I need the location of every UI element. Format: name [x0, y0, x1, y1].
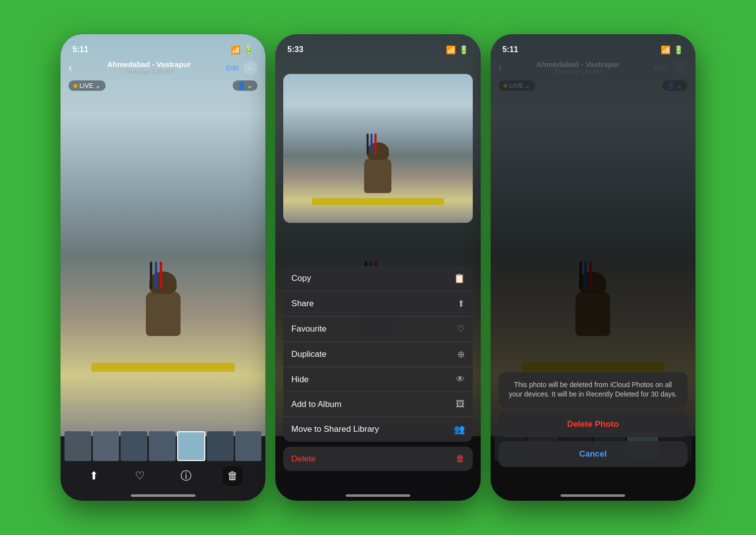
screen1-status-icons: 📶 🔋: [231, 45, 253, 55]
battery-icon: 🔋: [674, 45, 684, 55]
screen1-home-indicator: [131, 494, 195, 497]
person-badge[interactable]: 👤 ⌄: [233, 80, 258, 91]
battery-icon: 🔋: [459, 45, 469, 55]
copy-menu-item[interactable]: Copy 📋: [283, 266, 472, 291]
screen3-time: 5:11: [503, 45, 518, 54]
eye-icon: 👁: [456, 374, 465, 385]
cancel-button[interactable]: Cancel: [499, 441, 688, 467]
delete-button[interactable]: 🗑: [223, 466, 243, 486]
heart-menu-icon: ♡: [457, 324, 465, 334]
context-preview-image: [283, 74, 472, 223]
screen2-status-icons: 📶 🔋: [446, 45, 469, 55]
favourite-menu-item[interactable]: Favourite ♡: [283, 317, 472, 342]
screen1: 5:11 📶 🔋 ‹ Ahmedabad - Vastrapur Thursda…: [61, 34, 265, 501]
share-menu-item[interactable]: Share ⬆: [283, 291, 472, 317]
live-label: LIVE ⌄: [79, 82, 101, 89]
delete-photo-button[interactable]: Delete Photo: [499, 411, 688, 437]
delete-menu-icon: 🗑: [456, 454, 465, 464]
screen1-bottom-bar: ⬆ ♡ ⓘ 🗑: [61, 461, 265, 491]
copy-label: Copy: [291, 273, 311, 283]
more-button[interactable]: ···: [244, 61, 257, 75]
thumbnail-3[interactable]: [121, 431, 147, 461]
thumbnail-4[interactable]: [149, 431, 176, 461]
share-button[interactable]: ⬆: [84, 466, 104, 486]
delete-menu-label: Delete: [291, 454, 315, 464]
screen1-nav-subtitle: Thursday 3:49 PM: [107, 68, 190, 75]
shared-library-icon: 👥: [454, 424, 465, 435]
shared-library-label: Move to Shared Library: [291, 424, 379, 434]
context-menu-items: Copy 📋 Share ⬆ Favourite ♡ Duplicate ⊕ H…: [283, 266, 472, 442]
thumbnail-5[interactable]: [177, 431, 206, 461]
screen2-status-bar: 5:33 📶 🔋: [275, 34, 480, 58]
info-button[interactable]: ⓘ: [176, 466, 196, 486]
info-icon: ⓘ: [181, 468, 191, 483]
shared-library-menu-item[interactable]: Move to Shared Library 👥: [283, 417, 472, 442]
screen3-status-icons: 📶 🔋: [661, 45, 684, 55]
thumbnail-7[interactable]: [235, 431, 262, 461]
screen3: 5:11 📶 🔋 ‹ Ahmedabad - Vastrapur Thursda…: [491, 34, 695, 501]
thumbnail-6[interactable]: [207, 431, 234, 461]
heart-icon: ♡: [135, 469, 145, 482]
duplicate-menu-item[interactable]: Duplicate ⊕: [283, 342, 472, 367]
share-icon: ⬆: [89, 469, 98, 482]
screen3-home-indicator: [561, 494, 625, 497]
thumbnail-1[interactable]: [64, 431, 91, 461]
screen1-thumbnail-strip: [61, 431, 265, 461]
favorite-button[interactable]: ♡: [130, 466, 150, 486]
confirm-dialog: This photo will be deleted from iCloud P…: [499, 372, 688, 471]
live-badge[interactable]: LIVE ⌄: [68, 80, 106, 91]
screen1-nav-title: Ahmedabad - Vastrapur: [107, 60, 190, 68]
share-label: Share: [291, 299, 314, 309]
chevron-left-icon: ‹: [68, 62, 72, 74]
screen1-photo: [61, 34, 265, 436]
wifi-icon: 📶: [446, 45, 456, 55]
screen2: 5:33 📶 🔋: [275, 34, 480, 501]
album-icon: 🖼: [456, 399, 465, 409]
thumbnail-2[interactable]: [93, 431, 120, 461]
trash-icon: 🗑: [227, 469, 238, 482]
add-album-menu-item[interactable]: Add to Album 🖼: [283, 392, 472, 417]
delete-menu-item[interactable]: Delete 🗑: [283, 447, 472, 471]
screen1-nav-bar: ‹ Ahmedabad - Vastrapur Thursday 3:49 PM…: [61, 58, 265, 77]
screens-container: 5:11 📶 🔋 ‹ Ahmedabad - Vastrapur Thursda…: [56, 24, 700, 511]
share-menu-icon: ⬆: [457, 298, 465, 309]
wifi-icon: 📶: [231, 45, 241, 55]
edit-button[interactable]: Edit: [226, 64, 239, 72]
battery-icon: 🔋: [244, 45, 253, 55]
screen3-status-bar: 5:11 📶 🔋: [491, 34, 695, 58]
confirm-message: This photo will be deleted from iCloud P…: [499, 372, 688, 407]
person-label: 👤 ⌄: [238, 82, 253, 89]
nav-title-area: Ahmedabad - Vastrapur Thursday 3:49 PM: [107, 60, 190, 75]
favourite-label: Favourite: [291, 324, 326, 334]
photo-background: [61, 34, 265, 436]
live-dot: [73, 84, 77, 88]
screen2-time: 5:33: [287, 45, 303, 54]
back-button[interactable]: ‹: [68, 62, 72, 74]
context-menu: Copy 📋 Share ⬆ Favourite ♡ Duplicate ⊕ H…: [283, 266, 472, 471]
screen1-status-bar: 5:11 📶 🔋: [61, 34, 265, 58]
hide-menu-item[interactable]: Hide 👁: [283, 367, 472, 392]
screen1-nav-actions: Edit ···: [226, 61, 257, 75]
copy-icon: 📋: [454, 273, 465, 284]
add-album-label: Add to Album: [291, 400, 341, 409]
hide-label: Hide: [291, 375, 309, 385]
duplicate-icon: ⊕: [457, 349, 465, 360]
wifi-icon: 📶: [661, 45, 671, 55]
screen1-time: 5:11: [72, 45, 88, 54]
screen2-home-indicator: [346, 494, 410, 497]
duplicate-label: Duplicate: [291, 349, 326, 359]
screen1-toolbar: LIVE ⌄ 👤 ⌄: [61, 77, 265, 94]
